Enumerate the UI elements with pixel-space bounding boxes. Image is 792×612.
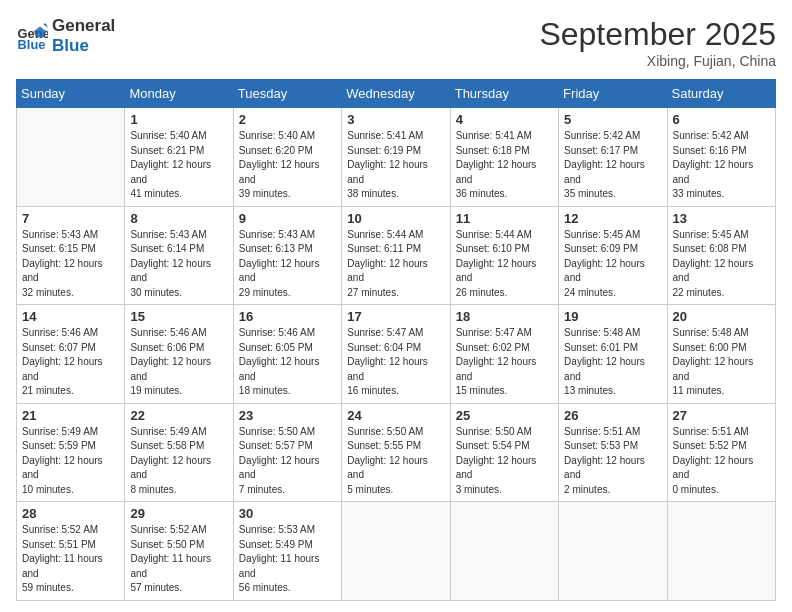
calendar-body: 1Sunrise: 5:40 AMSunset: 6:21 PMDaylight… — [17, 108, 776, 601]
calendar-cell — [450, 502, 558, 601]
calendar-cell: 2Sunrise: 5:40 AMSunset: 6:20 PMDaylight… — [233, 108, 341, 207]
calendar-cell — [559, 502, 667, 601]
calendar-cell: 6Sunrise: 5:42 AMSunset: 6:16 PMDaylight… — [667, 108, 775, 207]
day-info: Sunrise: 5:52 AMSunset: 5:50 PMDaylight:… — [130, 523, 227, 596]
calendar-cell: 29Sunrise: 5:52 AMSunset: 5:50 PMDayligh… — [125, 502, 233, 601]
calendar-cell: 8Sunrise: 5:43 AMSunset: 6:14 PMDaylight… — [125, 206, 233, 305]
week-row-5: 28Sunrise: 5:52 AMSunset: 5:51 PMDayligh… — [17, 502, 776, 601]
calendar-cell: 4Sunrise: 5:41 AMSunset: 6:18 PMDaylight… — [450, 108, 558, 207]
day-info: Sunrise: 5:43 AMSunset: 6:15 PMDaylight:… — [22, 228, 119, 301]
calendar-cell: 7Sunrise: 5:43 AMSunset: 6:15 PMDaylight… — [17, 206, 125, 305]
day-info: Sunrise: 5:40 AMSunset: 6:21 PMDaylight:… — [130, 129, 227, 202]
calendar-cell: 3Sunrise: 5:41 AMSunset: 6:19 PMDaylight… — [342, 108, 450, 207]
calendar-cell — [667, 502, 775, 601]
day-number: 10 — [347, 211, 444, 226]
calendar-cell: 14Sunrise: 5:46 AMSunset: 6:07 PMDayligh… — [17, 305, 125, 404]
day-number: 13 — [673, 211, 770, 226]
week-row-2: 7Sunrise: 5:43 AMSunset: 6:15 PMDaylight… — [17, 206, 776, 305]
day-header-thursday: Thursday — [450, 80, 558, 108]
calendar-cell: 1Sunrise: 5:40 AMSunset: 6:21 PMDaylight… — [125, 108, 233, 207]
day-number: 22 — [130, 408, 227, 423]
day-info: Sunrise: 5:45 AMSunset: 6:08 PMDaylight:… — [673, 228, 770, 301]
calendar-cell: 16Sunrise: 5:46 AMSunset: 6:05 PMDayligh… — [233, 305, 341, 404]
calendar-cell: 17Sunrise: 5:47 AMSunset: 6:04 PMDayligh… — [342, 305, 450, 404]
day-info: Sunrise: 5:52 AMSunset: 5:51 PMDaylight:… — [22, 523, 119, 596]
day-number: 17 — [347, 309, 444, 324]
day-number: 1 — [130, 112, 227, 127]
day-header-sunday: Sunday — [17, 80, 125, 108]
day-header-friday: Friday — [559, 80, 667, 108]
calendar-cell — [17, 108, 125, 207]
day-number: 29 — [130, 506, 227, 521]
day-header-saturday: Saturday — [667, 80, 775, 108]
page-header: General Blue General Blue September 2025… — [16, 16, 776, 69]
day-info: Sunrise: 5:41 AMSunset: 6:18 PMDaylight:… — [456, 129, 553, 202]
day-number: 19 — [564, 309, 661, 324]
day-info: Sunrise: 5:43 AMSunset: 6:13 PMDaylight:… — [239, 228, 336, 301]
calendar-cell: 23Sunrise: 5:50 AMSunset: 5:57 PMDayligh… — [233, 403, 341, 502]
day-number: 18 — [456, 309, 553, 324]
day-number: 30 — [239, 506, 336, 521]
month-title: September 2025 — [539, 16, 776, 53]
svg-text:Blue: Blue — [18, 37, 46, 52]
day-info: Sunrise: 5:50 AMSunset: 5:57 PMDaylight:… — [239, 425, 336, 498]
calendar-cell: 12Sunrise: 5:45 AMSunset: 6:09 PMDayligh… — [559, 206, 667, 305]
calendar-cell: 25Sunrise: 5:50 AMSunset: 5:54 PMDayligh… — [450, 403, 558, 502]
day-info: Sunrise: 5:53 AMSunset: 5:49 PMDaylight:… — [239, 523, 336, 596]
location: Xibing, Fujian, China — [539, 53, 776, 69]
day-info: Sunrise: 5:44 AMSunset: 6:11 PMDaylight:… — [347, 228, 444, 301]
calendar-cell: 19Sunrise: 5:48 AMSunset: 6:01 PMDayligh… — [559, 305, 667, 404]
day-header-tuesday: Tuesday — [233, 80, 341, 108]
day-number: 15 — [130, 309, 227, 324]
day-header-wednesday: Wednesday — [342, 80, 450, 108]
calendar-cell: 20Sunrise: 5:48 AMSunset: 6:00 PMDayligh… — [667, 305, 775, 404]
week-row-3: 14Sunrise: 5:46 AMSunset: 6:07 PMDayligh… — [17, 305, 776, 404]
calendar-cell: 15Sunrise: 5:46 AMSunset: 6:06 PMDayligh… — [125, 305, 233, 404]
calendar-cell: 24Sunrise: 5:50 AMSunset: 5:55 PMDayligh… — [342, 403, 450, 502]
day-number: 2 — [239, 112, 336, 127]
calendar-cell — [342, 502, 450, 601]
day-number: 8 — [130, 211, 227, 226]
calendar-cell: 13Sunrise: 5:45 AMSunset: 6:08 PMDayligh… — [667, 206, 775, 305]
day-info: Sunrise: 5:42 AMSunset: 6:17 PMDaylight:… — [564, 129, 661, 202]
logo-line1: General — [52, 16, 115, 36]
day-info: Sunrise: 5:50 AMSunset: 5:55 PMDaylight:… — [347, 425, 444, 498]
day-info: Sunrise: 5:42 AMSunset: 6:16 PMDaylight:… — [673, 129, 770, 202]
day-number: 9 — [239, 211, 336, 226]
calendar-cell: 30Sunrise: 5:53 AMSunset: 5:49 PMDayligh… — [233, 502, 341, 601]
day-number: 27 — [673, 408, 770, 423]
calendar-cell: 22Sunrise: 5:49 AMSunset: 5:58 PMDayligh… — [125, 403, 233, 502]
calendar-cell: 28Sunrise: 5:52 AMSunset: 5:51 PMDayligh… — [17, 502, 125, 601]
calendar-cell: 9Sunrise: 5:43 AMSunset: 6:13 PMDaylight… — [233, 206, 341, 305]
calendar-cell: 10Sunrise: 5:44 AMSunset: 6:11 PMDayligh… — [342, 206, 450, 305]
week-row-4: 21Sunrise: 5:49 AMSunset: 5:59 PMDayligh… — [17, 403, 776, 502]
day-number: 20 — [673, 309, 770, 324]
logo-icon: General Blue — [16, 20, 48, 52]
day-number: 11 — [456, 211, 553, 226]
calendar-cell: 5Sunrise: 5:42 AMSunset: 6:17 PMDaylight… — [559, 108, 667, 207]
logo: General Blue General Blue — [16, 16, 115, 57]
day-number: 28 — [22, 506, 119, 521]
title-block: September 2025 Xibing, Fujian, China — [539, 16, 776, 69]
day-info: Sunrise: 5:51 AMSunset: 5:52 PMDaylight:… — [673, 425, 770, 498]
day-header-monday: Monday — [125, 80, 233, 108]
day-info: Sunrise: 5:48 AMSunset: 6:00 PMDaylight:… — [673, 326, 770, 399]
day-info: Sunrise: 5:43 AMSunset: 6:14 PMDaylight:… — [130, 228, 227, 301]
day-info: Sunrise: 5:49 AMSunset: 5:58 PMDaylight:… — [130, 425, 227, 498]
day-info: Sunrise: 5:47 AMSunset: 6:02 PMDaylight:… — [456, 326, 553, 399]
day-info: Sunrise: 5:40 AMSunset: 6:20 PMDaylight:… — [239, 129, 336, 202]
day-number: 4 — [456, 112, 553, 127]
day-info: Sunrise: 5:46 AMSunset: 6:06 PMDaylight:… — [130, 326, 227, 399]
day-number: 26 — [564, 408, 661, 423]
day-info: Sunrise: 5:44 AMSunset: 6:10 PMDaylight:… — [456, 228, 553, 301]
week-row-1: 1Sunrise: 5:40 AMSunset: 6:21 PMDaylight… — [17, 108, 776, 207]
day-info: Sunrise: 5:41 AMSunset: 6:19 PMDaylight:… — [347, 129, 444, 202]
calendar-cell: 26Sunrise: 5:51 AMSunset: 5:53 PMDayligh… — [559, 403, 667, 502]
day-info: Sunrise: 5:45 AMSunset: 6:09 PMDaylight:… — [564, 228, 661, 301]
day-number: 21 — [22, 408, 119, 423]
calendar-table: SundayMondayTuesdayWednesdayThursdayFrid… — [16, 79, 776, 601]
day-info: Sunrise: 5:46 AMSunset: 6:07 PMDaylight:… — [22, 326, 119, 399]
day-number: 14 — [22, 309, 119, 324]
day-number: 3 — [347, 112, 444, 127]
calendar-cell: 27Sunrise: 5:51 AMSunset: 5:52 PMDayligh… — [667, 403, 775, 502]
